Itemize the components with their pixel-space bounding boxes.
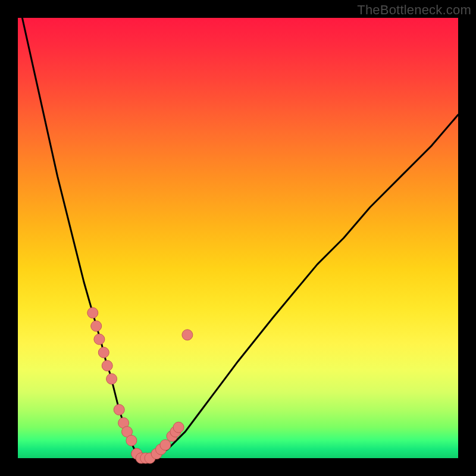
data-marker [102, 361, 112, 371]
bottleneck-curve [18, 18, 458, 458]
data-marker [126, 435, 137, 446]
data-marker [160, 440, 171, 450]
chart-frame: TheBottleneck.com [0, 0, 476, 476]
data-marker [107, 374, 117, 384]
data-marker [87, 308, 98, 318]
data-marker [94, 334, 105, 345]
plot-area [18, 18, 458, 458]
data-marker [98, 347, 109, 358]
data-marker [91, 321, 102, 331]
watermark-text: TheBottleneck.com [357, 2, 471, 18]
data-marker [173, 422, 184, 433]
data-marker [114, 405, 124, 415]
curve-path [22, 18, 458, 458]
data-marker [182, 330, 193, 340]
